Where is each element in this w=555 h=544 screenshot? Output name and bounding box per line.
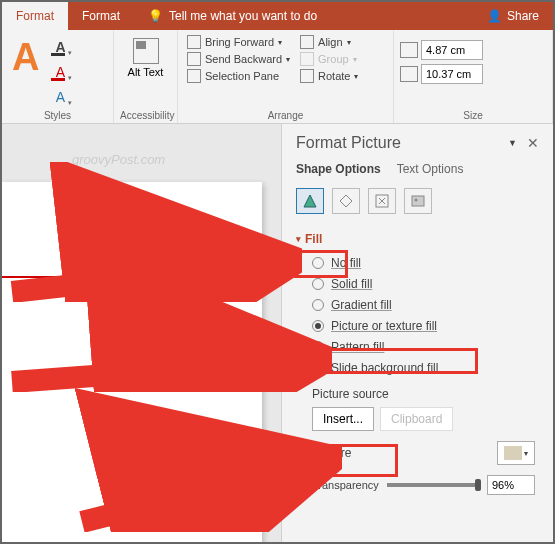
radio-slide-bg-fill[interactable]: Slide background fill: [312, 361, 539, 375]
group-arr-label: Group: [318, 53, 349, 65]
svg-rect-3: [412, 196, 424, 206]
selection-pane-button[interactable]: Selection Pane: [184, 68, 293, 84]
picture-source-label: Picture source: [296, 379, 539, 407]
text-fill-button[interactable]: A: [47, 36, 73, 58]
selection-pane-icon: [187, 69, 201, 83]
tab-shape-options[interactable]: Shape Options: [296, 162, 381, 176]
bring-forward-label: Bring Forward: [205, 36, 274, 48]
pane-title: Format Picture: [296, 134, 401, 152]
rotate-icon: [300, 69, 314, 83]
watermark-text: groovyPost.com: [72, 152, 165, 167]
fill-heading-label: Fill: [305, 232, 322, 246]
radio-picture-fill[interactable]: Picture or texture fill: [312, 319, 539, 333]
alt-text-button[interactable]: Alt Text: [122, 34, 170, 82]
insert-button[interactable]: Insert...: [312, 407, 374, 431]
rotate-button[interactable]: Rotate ▾: [297, 68, 361, 84]
svg-rect-5: [504, 446, 522, 460]
send-backward-icon: [187, 52, 201, 66]
send-backward-label: Send Backward: [205, 53, 282, 65]
width-icon: [400, 66, 418, 82]
format-picture-pane: Format Picture ▼ ✕ Shape Options Text Op…: [281, 124, 553, 542]
texture-label: Texture: [312, 446, 351, 460]
clipboard-button: Clipboard: [380, 407, 453, 431]
align-button[interactable]: Align ▾: [297, 34, 361, 50]
alt-text-icon: [133, 38, 159, 64]
texture-picker[interactable]: ▾: [497, 441, 535, 465]
share-button[interactable]: 👤 Share: [487, 9, 553, 23]
group-size-label: Size: [400, 108, 546, 121]
send-backward-button[interactable]: Send Backward ▾: [184, 51, 293, 67]
radio-no-fill[interactable]: No fill: [312, 256, 539, 270]
radio-solid-fill[interactable]: Solid fill: [312, 277, 539, 291]
transparency-input[interactable]: [487, 475, 535, 495]
svg-marker-1: [340, 195, 352, 207]
lightbulb-icon: 💡: [148, 9, 163, 23]
tab-format-2[interactable]: Format: [68, 2, 134, 30]
transparency-slider[interactable]: [387, 483, 479, 487]
effects-icon[interactable]: [332, 188, 360, 214]
bring-forward-button[interactable]: Bring Forward ▾: [184, 34, 293, 50]
align-icon: [300, 35, 314, 49]
fill-line-icon[interactable]: [296, 188, 324, 214]
height-input[interactable]: [421, 40, 483, 60]
no-fill-label: No fill: [331, 256, 361, 270]
triangle-down-icon: ▾: [296, 234, 301, 244]
group-button[interactable]: Group ▾: [297, 51, 361, 67]
group-arrange-label: Arrange: [184, 108, 387, 121]
close-icon[interactable]: ✕: [527, 135, 539, 151]
rotate-label: Rotate: [318, 70, 350, 82]
text-effects-button[interactable]: A: [47, 86, 73, 108]
radio-pattern-fill[interactable]: Pattern fill: [312, 340, 539, 354]
svg-marker-0: [304, 195, 316, 207]
wordart-style-preview[interactable]: A: [8, 34, 43, 80]
height-icon: [400, 42, 418, 58]
group-accessibility-label: Accessibility: [120, 108, 171, 121]
pane-menu-icon[interactable]: ▼: [508, 138, 517, 148]
picture-icon[interactable]: [404, 188, 432, 214]
bring-forward-icon: [187, 35, 201, 49]
tab-format-1[interactable]: Format: [2, 2, 68, 30]
slide-bg-fill-label: Slide background fill: [331, 361, 438, 375]
person-icon: 👤: [487, 9, 502, 23]
tab-text-options[interactable]: Text Options: [397, 162, 464, 176]
text-outline-button[interactable]: A: [47, 61, 73, 83]
solid-fill-label: Solid fill: [331, 277, 372, 291]
slide-canvas[interactable]: [2, 182, 262, 542]
transparency-label: Transparency: [312, 479, 379, 491]
tell-me-label: Tell me what you want to do: [169, 9, 317, 23]
tell-me[interactable]: 💡 Tell me what you want to do: [134, 2, 487, 30]
radio-gradient-fill[interactable]: Gradient fill: [312, 298, 539, 312]
share-label: Share: [507, 9, 539, 23]
selection-pane-label: Selection Pane: [205, 70, 279, 82]
pattern-fill-label: Pattern fill: [331, 340, 384, 354]
size-props-icon[interactable]: [368, 188, 396, 214]
shape-line[interactable]: [2, 276, 202, 278]
gradient-fill-label: Gradient fill: [331, 298, 392, 312]
group-styles-label: Styles: [8, 108, 107, 121]
group-icon: [300, 52, 314, 66]
alt-text-label: Alt Text: [128, 66, 164, 78]
fill-section-toggle[interactable]: ▾ Fill: [296, 228, 539, 250]
align-label: Align: [318, 36, 342, 48]
width-input[interactable]: [421, 64, 483, 84]
svg-point-4: [415, 199, 418, 202]
picture-fill-label: Picture or texture fill: [331, 319, 437, 333]
